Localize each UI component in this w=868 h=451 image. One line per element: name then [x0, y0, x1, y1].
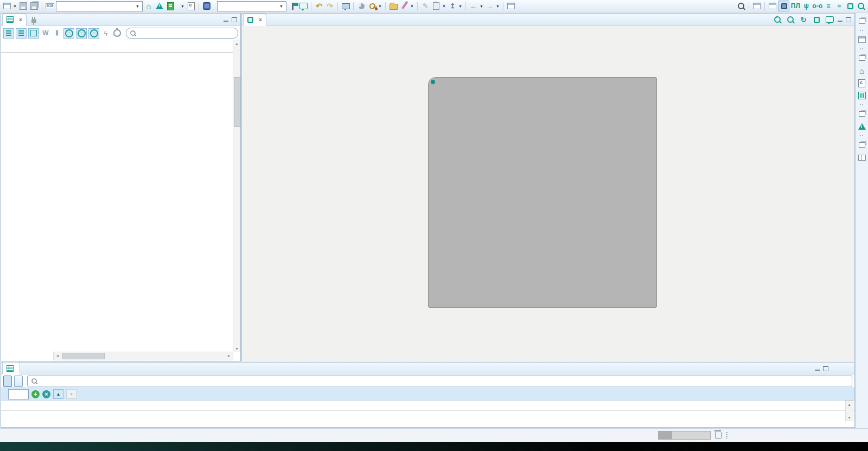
import-icon[interactable]: ↥ [448, 1, 457, 11]
save-icon[interactable] [18, 1, 28, 11]
tab-package-close-icon[interactable]: × [259, 17, 262, 23]
binary-source-icon[interactable]: 010 [45, 1, 55, 11]
expand-rows-button[interactable] [16, 28, 27, 39]
add-row-button[interactable]: + [31, 390, 40, 398]
scroll-left-icon[interactable]: ◄ [54, 352, 61, 359]
dcd-perspective-icon[interactable]: o-o [812, 1, 822, 11]
routing-pins-button[interactable] [3, 376, 12, 387]
functional-group-combobox[interactable]: ▼ [217, 1, 286, 11]
undo-icon[interactable]: ↶ [314, 1, 324, 11]
home-icon[interactable]: ⌂ [144, 1, 154, 11]
move-up-button[interactable]: ▲ [53, 389, 63, 399]
move-down-button[interactable]: ▼ [66, 389, 76, 399]
forward-caret[interactable]: ▼ [496, 4, 500, 8]
show-labels-button[interactable]: W [41, 28, 50, 39]
show-dedicated-pins-button[interactable] [76, 28, 87, 39]
qsp-perspective-icon[interactable] [845, 1, 855, 11]
clocks-perspective-icon[interactable]: ПЛ [790, 1, 800, 11]
open-perspective-icon[interactable] [752, 1, 762, 11]
restore-view-icon[interactable] [858, 110, 866, 118]
show-columns-button[interactable]: ⫴ [52, 28, 62, 39]
tab-package[interactable]: × [243, 14, 266, 26]
back-caret[interactable]: ▼ [480, 4, 484, 8]
brush-icon[interactable] [399, 1, 409, 11]
search-icon[interactable] [736, 1, 746, 11]
key-caret[interactable]: ▼ [378, 4, 382, 8]
edit-icon[interactable]: ✎ [420, 1, 430, 11]
split-view-icon[interactable] [858, 154, 866, 161]
zoom-out-icon[interactable]: − [786, 15, 795, 24]
restore-view-icon[interactable] [858, 141, 866, 149]
c-source-icon[interactable] [186, 1, 196, 11]
scroll-down-icon[interactable]: ▼ [233, 345, 240, 352]
preview-icon[interactable] [341, 1, 350, 11]
maximize-icon[interactable] [232, 17, 237, 22]
pins-filter-input[interactable] [139, 29, 234, 37]
settings-view-icon[interactable] [858, 92, 866, 99]
scroll-up-icon[interactable]: ▲ [846, 401, 853, 408]
timers-filter-button[interactable] [112, 28, 122, 39]
power-pins-button[interactable]: ϟ [101, 28, 111, 39]
back-icon[interactable]: ← [469, 1, 478, 11]
show-routed-pins-button[interactable] [63, 28, 74, 39]
delete-row-button[interactable]: × [42, 390, 50, 398]
tab-routing-details[interactable] [2, 362, 20, 374]
open-folder-icon[interactable] [388, 1, 398, 11]
save-all-icon[interactable] [29, 1, 39, 11]
show-empty-rows-button[interactable] [28, 28, 39, 39]
problems-warning-icon[interactable] [155, 1, 164, 11]
import-caret[interactable]: ▼ [458, 4, 463, 8]
scrollbar-thumb[interactable] [234, 77, 240, 127]
routing-signals-button[interactable] [14, 376, 23, 387]
peripherals-perspective-icon[interactable]: ≡ [824, 1, 833, 11]
permissions-key-icon[interactable] [367, 1, 377, 11]
rotate-package-icon[interactable]: ↻ [799, 15, 808, 24]
new-configuration-icon[interactable] [2, 1, 12, 11]
routing-scrollbar[interactable]: ▲ ▼ [845, 401, 853, 421]
signals-perspective-icon[interactable]: ≈ [834, 1, 844, 11]
routing-table-row[interactable] [1, 411, 854, 421]
flag-icon[interactable] [288, 1, 297, 11]
minimize-icon[interactable] [224, 21, 228, 22]
overview-perspective-icon[interactable] [768, 1, 777, 11]
routing-count-field[interactable] [8, 389, 29, 399]
tab-power-groups[interactable] [28, 14, 42, 26]
maximize-icon[interactable] [846, 17, 851, 22]
restore-view-icon[interactable] [858, 54, 866, 62]
show-no-routed-pins-button[interactable] [88, 28, 99, 39]
garbage-collect-icon[interactable] [715, 432, 722, 439]
pins-vertical-scrollbar[interactable]: ▲ ▼ [233, 40, 240, 352]
scroll-up-icon[interactable]: ▲ [233, 40, 240, 47]
pins-horizontal-scrollbar[interactable]: ◄ ► [53, 352, 233, 360]
minimize-icon[interactable] [815, 370, 820, 371]
zoom-in-icon[interactable]: + [773, 15, 782, 24]
maximize-icon[interactable] [823, 366, 828, 371]
scroll-right-icon[interactable]: ► [225, 352, 233, 359]
minimize-icon[interactable] [838, 21, 843, 22]
problems-view-icon[interactable] [858, 123, 866, 130]
collapse-rows-button[interactable] [3, 28, 14, 39]
brush-caret[interactable]: ▼ [410, 4, 414, 8]
tab-pins[interactable]: × [2, 14, 27, 26]
project-combobox[interactable]: ▼ [56, 1, 143, 11]
clipboard-icon[interactable] [431, 1, 441, 11]
sources-view-icon[interactable] [858, 79, 866, 87]
ddr-perspective-icon[interactable]: ψ [801, 1, 811, 11]
scrollbar-thumb[interactable] [62, 353, 105, 359]
scroll-down-icon[interactable]: ▼ [846, 414, 853, 421]
pins-perspective-icon[interactable] [778, 1, 789, 11]
routing-filter-input[interactable] [40, 377, 848, 385]
window-view-icon[interactable] [858, 36, 866, 43]
report-icon[interactable] [356, 1, 366, 11]
update-code-caret[interactable]: ▼ [181, 4, 185, 8]
comments-icon[interactable] [298, 1, 308, 11]
clipboard-caret[interactable]: ▼ [442, 4, 446, 8]
package-view-chip-icon[interactable] [812, 15, 821, 24]
registers-perspective-icon[interactable] [856, 1, 866, 11]
tab-pins-close-icon[interactable]: × [19, 17, 22, 23]
update-code-icon[interactable] [165, 1, 175, 11]
open-new-window-icon[interactable] [506, 1, 516, 11]
redo-icon[interactable]: ↷ [325, 1, 335, 11]
overview-home-icon[interactable]: ⌂ [858, 67, 866, 74]
forward-icon[interactable]: → [485, 1, 495, 11]
